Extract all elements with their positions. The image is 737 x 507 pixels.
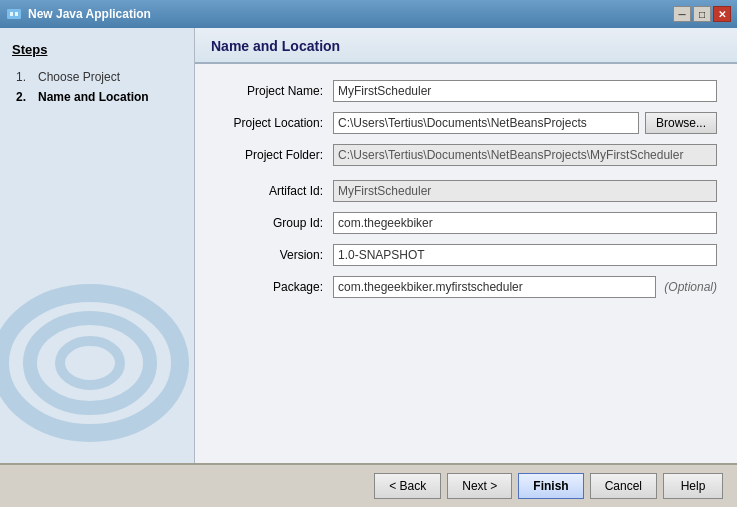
project-folder-label: Project Folder: bbox=[215, 148, 333, 162]
project-folder-row: Project Folder: bbox=[215, 144, 717, 166]
content-header-title: Name and Location bbox=[211, 38, 721, 54]
svg-rect-2 bbox=[15, 12, 18, 16]
svg-point-4 bbox=[30, 318, 150, 408]
svg-point-5 bbox=[60, 341, 120, 385]
artifact-id-label: Artifact Id: bbox=[215, 184, 333, 198]
svg-rect-1 bbox=[10, 12, 13, 16]
group-id-row: Group Id: bbox=[215, 212, 717, 234]
project-location-label: Project Location: bbox=[215, 116, 333, 130]
content-header: Name and Location bbox=[195, 28, 737, 64]
content-panel: Name and Location Project Name: Project … bbox=[195, 28, 737, 463]
package-row: Package: (Optional) bbox=[215, 276, 717, 298]
project-location-row: Project Location: Browse... bbox=[215, 112, 717, 134]
steps-list: 1. Choose Project 2. Name and Location bbox=[12, 67, 182, 107]
decorative-wave bbox=[0, 283, 195, 443]
help-button[interactable]: Help bbox=[663, 473, 723, 499]
artifact-id-input bbox=[333, 180, 717, 202]
optional-label: (Optional) bbox=[664, 280, 717, 294]
title-bar-controls: ─ □ ✕ bbox=[673, 6, 731, 22]
artifact-id-row: Artifact Id: bbox=[215, 180, 717, 202]
step-2-num: 2. bbox=[16, 90, 34, 104]
project-name-input[interactable] bbox=[333, 80, 717, 102]
title-bar-text: New Java Application bbox=[28, 7, 151, 21]
minimize-button[interactable]: ─ bbox=[673, 6, 691, 22]
step-2: 2. Name and Location bbox=[12, 87, 182, 107]
version-input[interactable] bbox=[333, 244, 717, 266]
project-folder-input bbox=[333, 144, 717, 166]
steps-heading: Steps bbox=[12, 42, 182, 57]
close-button[interactable]: ✕ bbox=[713, 6, 731, 22]
content-body: Project Name: Project Location: Browse..… bbox=[195, 64, 737, 463]
project-name-label: Project Name: bbox=[215, 84, 333, 98]
group-id-input[interactable] bbox=[333, 212, 717, 234]
version-row: Version: bbox=[215, 244, 717, 266]
back-button[interactable]: < Back bbox=[374, 473, 441, 499]
app-icon bbox=[6, 6, 22, 22]
project-name-row: Project Name: bbox=[215, 80, 717, 102]
svg-rect-0 bbox=[7, 9, 21, 19]
main-content: Steps 1. Choose Project 2. Name and Loca… bbox=[0, 28, 737, 463]
button-bar: < Back Next > Finish Cancel Help bbox=[0, 463, 737, 507]
group-id-label: Group Id: bbox=[215, 216, 333, 230]
finish-button[interactable]: Finish bbox=[518, 473, 583, 499]
step-1-num: 1. bbox=[16, 70, 34, 84]
title-bar: New Java Application ─ □ ✕ bbox=[0, 0, 737, 28]
package-input[interactable] bbox=[333, 276, 656, 298]
step-2-label: Name and Location bbox=[38, 90, 149, 104]
project-location-input[interactable] bbox=[333, 112, 639, 134]
browse-button[interactable]: Browse... bbox=[645, 112, 717, 134]
next-button[interactable]: Next > bbox=[447, 473, 512, 499]
maximize-button[interactable]: □ bbox=[693, 6, 711, 22]
title-bar-left: New Java Application bbox=[6, 6, 151, 22]
package-label: Package: bbox=[215, 280, 333, 294]
steps-panel: Steps 1. Choose Project 2. Name and Loca… bbox=[0, 28, 195, 463]
step-1-label: Choose Project bbox=[38, 70, 120, 84]
step-1: 1. Choose Project bbox=[12, 67, 182, 87]
version-label: Version: bbox=[215, 248, 333, 262]
cancel-button[interactable]: Cancel bbox=[590, 473, 657, 499]
